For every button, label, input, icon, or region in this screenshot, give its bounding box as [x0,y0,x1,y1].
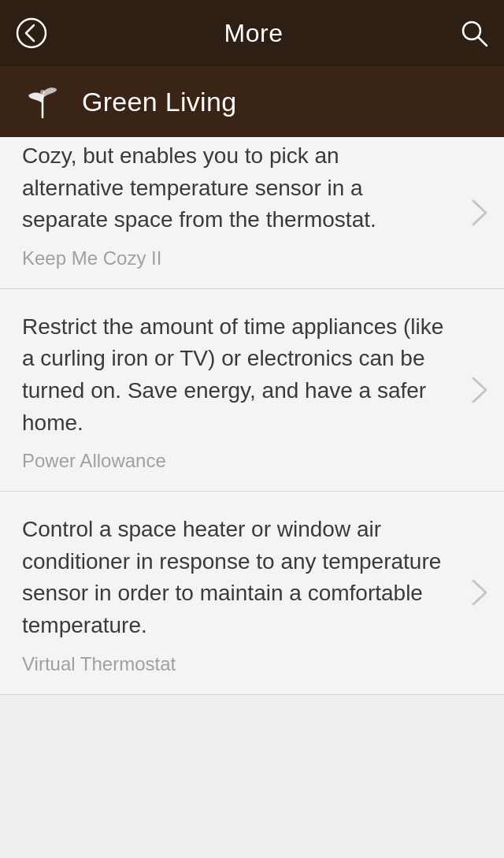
item-description: Control a space heater or window air con… [22,514,444,641]
list-item-content: Restrict the amount of time appliances (… [0,289,463,491]
item-label: Virtual Thermostat [22,653,176,674]
list-item[interactable]: Cozy, but enables you to pick an alterna… [0,137,504,289]
list-container: Cozy, but enables you to pick an alterna… [0,137,504,695]
nav-bar: More [0,0,504,66]
back-button[interactable] [16,17,47,49]
section-title: Green Living [82,87,236,117]
nav-title: More [55,19,452,48]
search-button[interactable] [460,19,488,47]
svg-line-2 [478,37,487,46]
svg-point-0 [17,19,46,47]
item-description: Restrict the amount of time appliances (… [22,311,444,439]
item-label: Keep Me Cozy II [22,247,161,269]
chevron-right-icon [463,492,504,693]
section-header: Green Living [0,66,504,137]
item-label: Power Allowance [22,450,166,471]
svg-point-3 [40,90,45,95]
green-living-icon [22,81,63,122]
chevron-right-icon [463,137,504,288]
list-item-content: Cozy, but enables you to pick an alterna… [0,137,463,288]
list-item-content: Control a space heater or window air con… [0,492,463,693]
item-description: Cozy, but enables you to pick an alterna… [22,140,444,236]
list-item[interactable]: Restrict the amount of time appliances (… [0,289,504,492]
list-item[interactable]: Control a space heater or window air con… [0,492,504,694]
chevron-right-icon [463,289,504,491]
